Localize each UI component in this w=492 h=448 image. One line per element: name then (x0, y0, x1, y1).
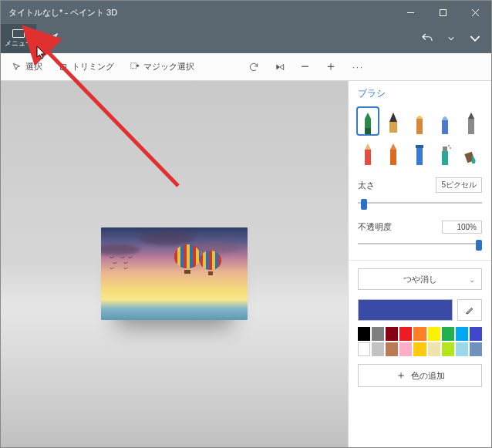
brush-oil[interactable] (409, 108, 430, 134)
tools-toolbar: 選択 トリミング マジック選択 − ＋ ··· (1, 53, 491, 81)
crop-tool[interactable]: トリミング (50, 53, 122, 80)
eyedropper-button[interactable] (457, 299, 482, 321)
svg-point-15 (448, 145, 450, 147)
svg-rect-1 (440, 9, 446, 15)
thickness-label: 太さ (358, 180, 375, 191)
svg-rect-7 (416, 119, 423, 134)
undo-button[interactable] (411, 24, 443, 53)
svg-rect-11 (416, 147, 423, 165)
add-color-label: 色の追加 (411, 370, 445, 382)
magic-label: マジック選択 (143, 61, 194, 72)
brush-crayon[interactable] (383, 139, 403, 165)
expand-button[interactable] (459, 24, 491, 53)
menu-label: メニュー (5, 39, 32, 49)
palette-swatch[interactable] (386, 342, 398, 356)
palette-swatch[interactable] (456, 327, 468, 341)
palette-swatch[interactable] (399, 327, 412, 341)
palette-swatch[interactable] (386, 327, 398, 341)
brush-grid (349, 103, 491, 173)
app-window: タイトルなし* - ペイント 3D メニュー (0, 0, 492, 448)
palette-swatch[interactable] (358, 342, 370, 356)
svg-rect-12 (416, 145, 423, 148)
svg-rect-6 (365, 128, 371, 134)
side-panel: ブラシ 太さ 5ピクセル (348, 81, 491, 447)
window-title: タイトルなし* - ペイント 3D (1, 7, 394, 19)
thickness-value[interactable]: 5ピクセル (436, 177, 482, 193)
palette-swatch[interactable] (372, 342, 384, 356)
close-button[interactable] (459, 1, 491, 24)
opacity-value[interactable]: 100% (442, 221, 482, 234)
palette-swatch[interactable] (413, 342, 426, 356)
menu-button[interactable]: メニュー (1, 24, 36, 53)
svg-rect-10 (390, 150, 396, 165)
magic-select-tool[interactable]: マジック選択 (122, 53, 202, 80)
material-value: つや消し (403, 274, 437, 285)
color-palette (358, 327, 482, 356)
palette-swatch[interactable] (470, 327, 482, 341)
rotate-tool[interactable] (241, 53, 267, 80)
palette-swatch[interactable] (470, 342, 482, 356)
current-color-swatch[interactable] (358, 299, 453, 321)
brush-eraser[interactable] (358, 139, 378, 165)
brush-pencil[interactable] (461, 108, 481, 134)
palette-swatch[interactable] (442, 342, 454, 356)
canvas-3d-viewport[interactable]: ︶ ︶︶ ︶ ︶︶ ︶ (1, 81, 348, 447)
palette-swatch[interactable] (399, 342, 412, 356)
brushes-heading: ブラシ (349, 81, 491, 103)
svg-rect-5 (131, 62, 136, 68)
palette-swatch[interactable] (413, 327, 426, 341)
maximize-button[interactable] (426, 1, 459, 24)
history-dropdown[interactable] (443, 24, 459, 53)
svg-point-16 (450, 147, 451, 149)
thickness-slider[interactable] (358, 197, 482, 208)
zoom-out-tool[interactable]: − (293, 53, 317, 80)
chevron-down-icon: ⌄ (469, 275, 475, 284)
palette-swatch[interactable] (358, 327, 370, 341)
palette-swatch[interactable] (442, 327, 454, 341)
svg-rect-13 (442, 151, 448, 165)
thickness-section: 太さ 5ピクセル (349, 173, 491, 216)
brush-calligraphy[interactable] (383, 108, 403, 134)
svg-rect-9 (365, 150, 371, 165)
svg-rect-8 (442, 120, 448, 134)
palette-swatch[interactable] (372, 327, 384, 341)
select-tool[interactable]: 選択 (4, 53, 50, 80)
opacity-section: 不透明度 100% (349, 216, 491, 257)
brush-fill[interactable] (461, 139, 481, 165)
select-label: 選択 (25, 61, 42, 72)
opacity-slider[interactable] (358, 238, 482, 249)
material-dropdown[interactable]: つや消し ⌄ (358, 268, 482, 290)
more-tools[interactable]: ··· (345, 53, 372, 80)
title-bar: タイトルなし* - ペイント 3D (1, 1, 491, 24)
brush-marker[interactable] (358, 108, 378, 134)
inserted-image[interactable]: ︶ ︶︶ ︶ ︶︶ ︶ (101, 227, 248, 320)
brush-spray[interactable] (435, 139, 455, 165)
minimize-button[interactable] (394, 1, 426, 24)
crop-label: トリミング (72, 61, 114, 72)
brush-pixel[interactable] (409, 139, 430, 165)
palette-swatch[interactable] (428, 327, 440, 341)
brushes-tab[interactable] (36, 24, 69, 53)
menu-icon (12, 29, 25, 38)
add-color-button[interactable]: ＋ 色の追加 (358, 364, 482, 387)
opacity-label: 不透明度 (358, 221, 392, 233)
svg-rect-14 (443, 147, 447, 151)
ribbon-bar: メニュー (1, 24, 491, 53)
flip-tool[interactable] (267, 53, 293, 80)
svg-point-4 (48, 42, 49, 43)
palette-swatch[interactable] (428, 342, 440, 356)
brush-watercolor[interactable] (435, 108, 455, 134)
zoom-in-tool[interactable]: ＋ (317, 53, 345, 80)
palette-swatch[interactable] (456, 342, 468, 356)
content-area: ︶ ︶︶ ︶ ︶︶ ︶ ブラシ 太さ (1, 81, 491, 447)
